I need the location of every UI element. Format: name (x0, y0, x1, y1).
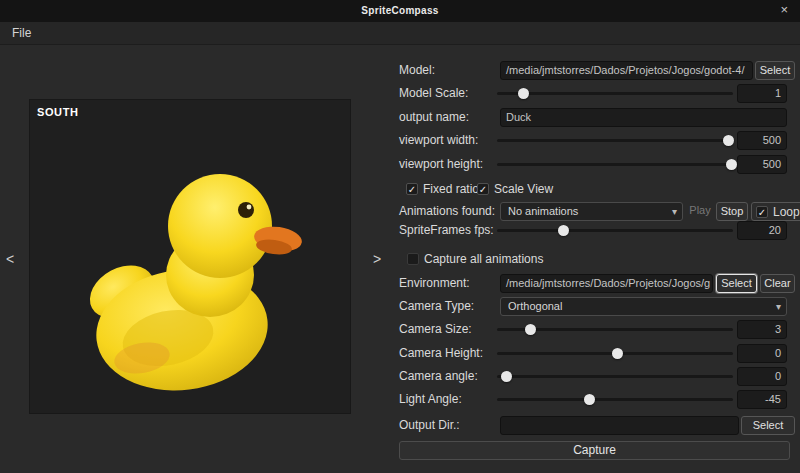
viewport-width-value[interactable]: 500 (737, 131, 787, 150)
camera-size-label: Camera Size: (399, 320, 472, 338)
slider-handle[interactable] (723, 135, 734, 146)
slider-track (497, 163, 733, 166)
environment-label: Environment: (399, 274, 470, 292)
output-dir-label: Output Dir.: (399, 416, 460, 434)
chevron-down-icon: ▾ (672, 203, 677, 220)
rotate-right-arrow[interactable]: > (370, 251, 384, 267)
model-scale-label: Model Scale: (399, 84, 468, 102)
loop-label: Loop (773, 205, 800, 219)
camera-size-slider[interactable] (497, 320, 733, 339)
slider-track (497, 139, 733, 142)
rotate-left-arrow[interactable]: < (3, 251, 17, 267)
viewport-height-value[interactable]: 500 (737, 155, 787, 174)
camera-height-slider[interactable] (497, 344, 733, 363)
slider-handle[interactable] (525, 324, 536, 335)
window-title: SpriteCompass (0, 5, 800, 16)
capture-button[interactable]: Capture (399, 441, 790, 460)
animations-found-label: Animations found: (399, 202, 495, 220)
loop-checkbox[interactable]: ✓ Loop (751, 202, 800, 221)
output-dir-select-button[interactable]: Select (741, 416, 795, 435)
camera-type-selected: Orthogonal (508, 300, 562, 312)
duck-model-render (30, 100, 350, 413)
environment-path-field[interactable]: /media/jmtstorres/Dados/Projetos/Jogos/g (500, 274, 713, 293)
output-name-field[interactable]: Duck (500, 108, 787, 127)
camera-size-value[interactable]: 3 (737, 320, 787, 339)
scale-view-label: Scale View (494, 182, 553, 196)
model-viewport: SOUTH (30, 100, 350, 413)
slider-handle[interactable] (726, 159, 737, 170)
light-angle-slider[interactable] (497, 390, 733, 409)
camera-height-value[interactable]: 0 (737, 344, 787, 363)
slider-track (497, 229, 733, 232)
output-name-label: output name: (399, 108, 469, 126)
animations-dropdown[interactable]: No animations ▾ (500, 202, 683, 221)
light-angle-label: Light Angle: (399, 390, 462, 408)
environment-clear-button[interactable]: Clear (760, 274, 795, 293)
slider-handle[interactable] (518, 88, 529, 99)
model-scale-value[interactable]: 1 (737, 84, 787, 103)
camera-height-label: Camera Height: (399, 344, 483, 362)
camera-type-label: Camera Type: (399, 297, 474, 315)
slider-track (497, 92, 733, 95)
animations-selected: No animations (508, 205, 578, 217)
slider-track (497, 398, 733, 401)
camera-angle-label: Camera angle: (399, 367, 478, 385)
slider-handle[interactable] (584, 394, 595, 405)
slider-track (497, 375, 733, 378)
direction-label: SOUTH (37, 106, 79, 118)
model-scale-slider[interactable] (497, 84, 733, 103)
camera-angle-slider[interactable] (497, 367, 733, 386)
checkbox-checked-icon[interactable]: ✓ (477, 183, 489, 195)
play-button[interactable]: Play (686, 202, 714, 221)
spriteframes-fps-label: SpriteFrames fps: (399, 221, 494, 239)
chevron-down-icon: ▾ (776, 298, 781, 315)
camera-type-dropdown[interactable]: Orthogonal ▾ (500, 297, 787, 316)
checkbox-checked-icon[interactable]: ✓ (756, 206, 768, 218)
checkbox-unchecked-icon[interactable] (407, 253, 419, 265)
viewport-height-slider[interactable] (497, 155, 733, 174)
slider-handle[interactable] (501, 371, 512, 382)
title-bar: SpriteCompass × (0, 0, 800, 22)
camera-angle-value[interactable]: 0 (737, 367, 787, 386)
capture-all-label: Capture all animations (424, 252, 543, 266)
fixed-ratio-checkbox[interactable]: ✓ Fixed ratio (406, 181, 479, 197)
environment-select-button[interactable]: Select (716, 274, 757, 293)
menu-bar: File (0, 22, 800, 45)
viewport-width-slider[interactable] (497, 131, 733, 150)
model-path-field[interactable]: /media/jmtstorres/Dados/Projetos/Jogos/g… (500, 61, 753, 80)
close-icon[interactable]: × (780, 3, 788, 17)
slider-handle[interactable] (558, 225, 569, 236)
checkbox-checked-icon[interactable]: ✓ (406, 183, 418, 195)
fixed-ratio-label: Fixed ratio (423, 182, 479, 196)
viewport-height-label: viewport height: (399, 155, 483, 173)
model-select-button[interactable]: Select (755, 61, 795, 80)
stop-button[interactable]: Stop (716, 202, 748, 221)
capture-all-checkbox[interactable]: Capture all animations (407, 251, 543, 267)
slider-handle[interactable] (612, 348, 623, 359)
fps-slider[interactable] (497, 221, 733, 240)
output-dir-field[interactable] (500, 416, 739, 435)
model-label: Model: (399, 61, 435, 79)
viewport-width-label: viewport width: (399, 131, 478, 149)
menu-file[interactable]: File (8, 26, 35, 40)
fps-value[interactable]: 20 (737, 221, 787, 240)
light-angle-value[interactable]: -45 (737, 390, 787, 409)
scale-view-checkbox[interactable]: ✓ Scale View (477, 181, 553, 197)
